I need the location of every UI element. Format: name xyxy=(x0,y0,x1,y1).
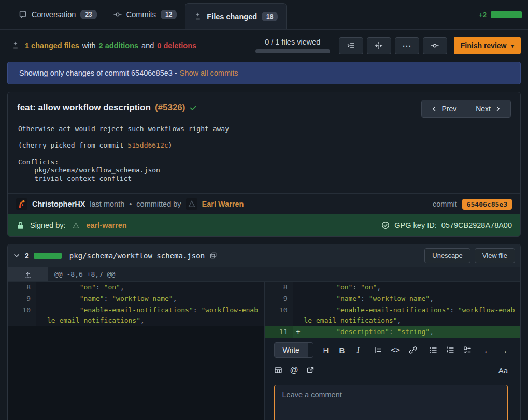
prev-commit-button[interactable]: Prev xyxy=(422,100,466,117)
ordered-list-icon[interactable] xyxy=(446,346,454,354)
prev-label: Prev xyxy=(441,105,456,113)
diff-line-context: 8 "on": "on", xyxy=(8,282,264,293)
deletions-text: 0 deletions xyxy=(157,41,196,50)
code-text xyxy=(47,326,264,338)
outdent-arrow-icon[interactable]: ← xyxy=(483,346,491,355)
mention-icon[interactable]: @ xyxy=(290,366,298,375)
line-number[interactable]: 9 xyxy=(265,293,293,305)
finish-review-button[interactable]: Finish review ▾ xyxy=(454,37,521,54)
file-diff-stat-bar xyxy=(34,253,62,259)
comment-input[interactable]: Leave a comment xyxy=(274,385,508,420)
link-icon[interactable] xyxy=(409,346,417,354)
diff-line-context: 9 "name": "workflow-name", xyxy=(264,293,521,305)
inline-comment-row: Write Preview H B I <> ← → xyxy=(8,338,520,420)
code-text: "name": "workflow-name", xyxy=(47,293,264,305)
signed-by-row: Signed by: earl-warren GPG key ID: 0579C… xyxy=(8,214,520,236)
signer-avatar[interactable] xyxy=(71,220,81,230)
task-list-icon[interactable] xyxy=(463,346,472,354)
commit-message: Otherwise act would reject such workflow… xyxy=(8,120,520,193)
changed-files-link[interactable]: 1 changed files xyxy=(25,41,79,50)
hunk-header-row: @@ -8,6 +8,7 @@ xyxy=(8,267,520,282)
author-avatar[interactable] xyxy=(16,198,27,210)
committer-avatar[interactable] xyxy=(186,198,197,210)
next-label: Next xyxy=(476,105,491,113)
file-name[interactable]: pkg/schema/workflow_schema.json xyxy=(69,252,205,260)
gpg-key-label: GPG key ID: xyxy=(394,221,436,229)
reference-icon[interactable] xyxy=(306,366,315,374)
diff-sign xyxy=(293,282,304,293)
more-options-button[interactable]: ⋯ xyxy=(395,37,419,54)
code-icon[interactable]: <> xyxy=(391,345,400,355)
diff-view-toggle-button[interactable] xyxy=(367,37,391,54)
file-diff-box: 2 pkg/schema/workflow_schema.json Unesca… xyxy=(7,244,521,420)
heading-icon[interactable]: H xyxy=(322,346,330,355)
gpg-key-info: GPG key ID: 0579CB2928A78A00 xyxy=(381,221,512,229)
signer-name-link[interactable]: earl-warren xyxy=(87,221,127,229)
line-number[interactable]: 8 xyxy=(8,282,36,293)
expand-hunk-button[interactable] xyxy=(8,267,48,281)
line-number[interactable]: 8 xyxy=(265,282,293,293)
chevron-left-icon xyxy=(431,106,437,112)
commit-select-button[interactable] xyxy=(423,37,447,54)
tab-count-badge: 18 xyxy=(262,12,278,21)
indent-arrow-icon[interactable]: → xyxy=(500,346,508,355)
diff-row: 9 "name": "workflow-name",9 "name": "wor… xyxy=(8,293,520,305)
code-text: "on": "on", xyxy=(304,282,521,293)
author-name-link[interactable]: ChristopherHX xyxy=(32,200,85,208)
line-number[interactable]: 10 xyxy=(265,305,293,326)
pr-tab-bar: Conversation 23 Commits 12 Files changed… xyxy=(0,0,528,30)
line-number[interactable]: 9 xyxy=(8,293,36,305)
chevron-right-icon xyxy=(495,106,501,112)
tab-files-changed[interactable]: Files changed 18 xyxy=(185,3,287,29)
unescape-button[interactable]: Unescape xyxy=(424,248,470,263)
cherry-pick-commit-link[interactable]: 515dd6612c xyxy=(127,141,168,149)
commit-conflicts-block: Conflicts: pkg/schema/workflow_schema.js… xyxy=(18,158,160,182)
tab-commits[interactable]: Commits 12 xyxy=(105,0,185,29)
diff-sign xyxy=(293,293,304,305)
code-text: "enable-email-notifications": "workflow-… xyxy=(304,305,521,326)
line-number[interactable] xyxy=(8,326,36,338)
issue-ref-link[interactable]: (#5326) xyxy=(155,103,185,113)
verified-icon xyxy=(381,221,390,229)
diff-row: 10 "enable-email-notifications": "workfl… xyxy=(8,305,520,326)
line-number[interactable]: 11 xyxy=(265,326,293,338)
quote-icon[interactable] xyxy=(374,346,382,354)
dot-separator: • xyxy=(129,200,132,208)
line-number[interactable]: 10 xyxy=(8,305,36,326)
files-viewed-label: 0 / 1 files viewed xyxy=(255,38,330,46)
diff-row: 11+ "description": "string", xyxy=(8,326,520,338)
diff-icon xyxy=(194,12,202,21)
code-text: "on": "on", xyxy=(47,282,264,293)
bold-icon[interactable]: B xyxy=(338,346,346,355)
view-file-button[interactable]: View file xyxy=(475,248,515,263)
unordered-list-icon[interactable] xyxy=(429,346,437,354)
preview-tab[interactable]: Preview xyxy=(308,343,313,357)
ci-success-icon[interactable] xyxy=(189,104,197,112)
caret-down-icon: ▾ xyxy=(511,42,514,49)
commit-hash-badge[interactable]: 65406c85e3 xyxy=(462,199,512,210)
text-cursor xyxy=(281,390,281,399)
italic-icon[interactable]: I xyxy=(354,346,362,355)
diff-icon xyxy=(11,41,20,50)
editor-mode-tabs: Write Preview xyxy=(274,342,313,358)
copy-file-path-icon[interactable] xyxy=(209,252,217,259)
commit-time: last month xyxy=(90,200,124,208)
file-tree-toggle-button[interactable] xyxy=(339,37,363,54)
diff-sign: + xyxy=(293,326,304,338)
diff-sign xyxy=(36,305,47,326)
gpg-key-value: 0579CB2928A78A00 xyxy=(441,221,512,229)
table-icon[interactable] xyxy=(274,366,282,374)
tab-label: Commits xyxy=(126,10,156,19)
committer-name-link[interactable]: Earl Warren xyxy=(202,200,244,208)
next-commit-button[interactable]: Next xyxy=(466,100,510,117)
pr-tabs: Conversation 23 Commits 12 Files changed… xyxy=(10,0,287,29)
collapse-file-icon[interactable] xyxy=(13,252,20,259)
diff-sign xyxy=(293,305,304,326)
font-size-toggle[interactable]: Aa xyxy=(498,366,508,375)
tab-conversation[interactable]: Conversation 23 xyxy=(10,0,105,29)
show-all-commits-link[interactable]: Show all commits xyxy=(180,69,238,77)
file-diff-header: 2 pkg/schema/workflow_schema.json Unesca… xyxy=(8,244,520,267)
diff-stat-bar xyxy=(491,11,522,18)
write-tab[interactable]: Write xyxy=(275,343,308,357)
diff-line-context: 8 "on": "on", xyxy=(264,282,521,293)
